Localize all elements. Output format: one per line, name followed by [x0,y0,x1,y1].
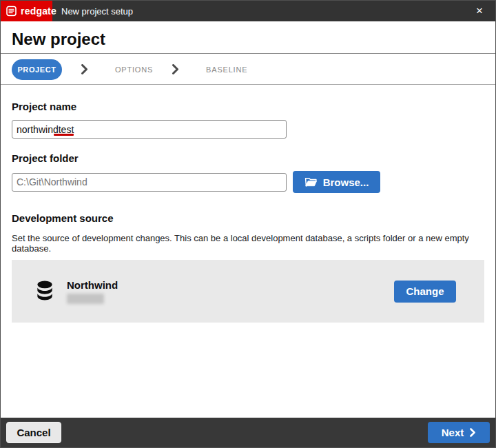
folder-icon [304,177,317,187]
chevron-right-icon [172,64,179,74]
browse-button[interactable]: Browse... [293,171,380,193]
redgate-logo-text: redgate [21,6,56,17]
project-name-input[interactable] [12,120,287,139]
heading-row: New project [1,21,495,54]
redacted-server-name [67,294,104,304]
cancel-button[interactable]: Cancel [6,422,61,443]
development-source-description: Set the source of development changes. T… [12,233,484,254]
wizard-step-baseline: BASELINE [206,65,247,74]
wizard-steps: PROJECT OPTIONS BASELINE [1,54,495,85]
footer-bar: Cancel Next [1,418,495,447]
project-name-label: Project name [12,101,484,112]
chevron-right-icon [470,428,476,437]
development-source-heading: Development source [12,212,484,224]
redgate-logo-icon [6,6,17,17]
project-folder-row: Browse... [12,171,484,193]
source-info: Northwind [67,279,118,304]
database-icon [37,281,53,302]
project-folder-label: Project folder [12,152,484,164]
wizard-step-options: OPTIONS [115,65,153,74]
next-button[interactable]: Next [428,422,490,443]
database-name: Northwind [67,279,118,291]
window-title: New project setup [61,1,464,21]
spellcheck-underline [54,134,74,136]
close-icon[interactable]: × [464,1,495,21]
chevron-right-icon [81,64,88,74]
change-button[interactable]: Change [394,281,456,303]
project-name-input-wrap [12,120,287,139]
redgate-logo: redgate [1,1,52,21]
project-folder-input[interactable] [12,173,287,192]
development-source-panel: Northwind Change [12,260,484,323]
browse-button-label: Browse... [323,176,369,188]
new-project-setup-window: redgate New project setup × New project … [0,0,496,448]
wizard-step-project[interactable]: PROJECT [12,59,62,80]
next-button-label: Next [442,427,464,438]
form-content: Project name Project folder Browse... De… [1,85,495,323]
title-bar: redgate New project setup × [1,1,495,21]
page-title: New project [12,30,105,49]
